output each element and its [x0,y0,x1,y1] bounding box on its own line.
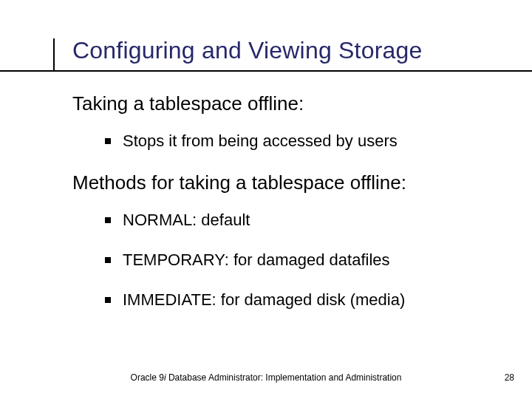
square-bullet-icon [105,138,111,144]
list-item: IMMEDIATE: for damaged disk (media) [105,290,486,310]
page-number: 28 [505,372,514,383]
footer-prefix: Oracle 9 [131,372,164,383]
list-item: TEMPORARY: for damaged datafiles [105,250,486,270]
slide-body: Taking a tablespace offline: Stops it fr… [72,92,486,330]
section-heading: Taking a tablespace offline: [72,92,486,115]
footer-text: Oracle 9i Database Administrator: Implem… [0,372,532,383]
square-bullet-icon [105,217,111,223]
slide: Configuring and Viewing Storage Taking a… [0,0,532,399]
footer-suffix: Database Administrator: Implementation a… [166,372,402,383]
bullet-text: IMMEDIATE: for damaged disk (media) [123,290,405,310]
section-heading: Methods for taking a tablespace offline: [72,171,486,194]
bullet-text: Stops it from being accessed by users [123,132,398,151]
bullet-text: NORMAL: default [123,211,250,230]
title-rule-vertical [53,38,55,72]
square-bullet-icon [105,257,111,263]
bullet-text: TEMPORARY: for damaged datafiles [123,250,390,270]
square-bullet-icon [105,297,111,303]
slide-title: Configuring and Viewing Storage [72,37,422,64]
list-item: Stops it from being accessed by users [105,132,486,151]
title-rule-horizontal [0,70,532,72]
list-item: NORMAL: default [105,211,486,230]
